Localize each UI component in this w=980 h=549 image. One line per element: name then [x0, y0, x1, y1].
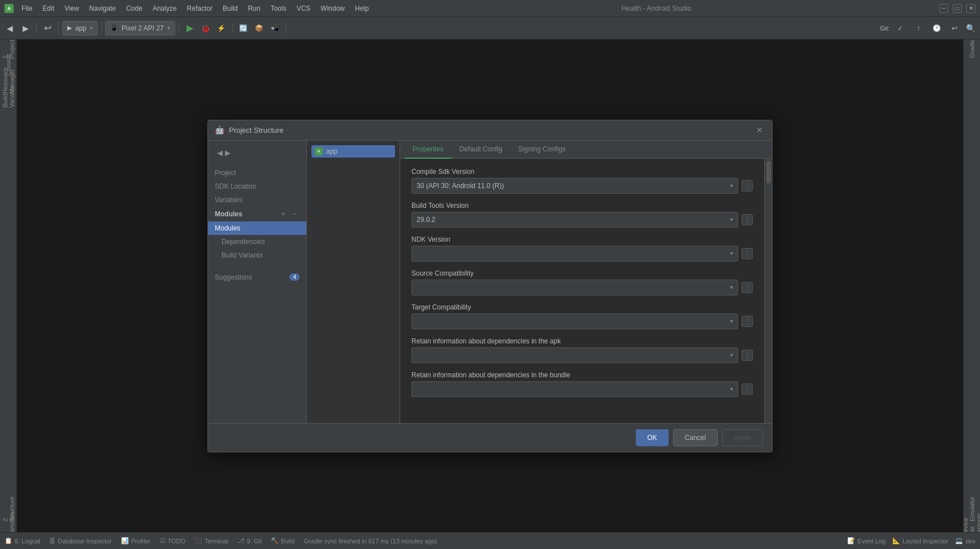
ndk-version-select[interactable]: ▾ — [411, 246, 738, 262]
menu-edit[interactable]: Edit — [38, 3, 59, 14]
menu-refactor[interactable]: Refactor — [183, 3, 217, 14]
form-scrollbar[interactable] — [764, 159, 772, 423]
menu-window[interactable]: Window — [316, 3, 349, 14]
remove-module-button[interactable]: − — [289, 209, 300, 219]
build-tools-info-button[interactable]: ⋮ — [741, 214, 753, 225]
menu-code[interactable]: Code — [122, 3, 147, 14]
right-sidebar: Gradle Emulator Device File Explorer — [963, 40, 980, 532]
nav-item-variables[interactable]: Variables — [208, 193, 306, 207]
retain-apk-info-button[interactable]: ⋮ — [741, 350, 753, 361]
avd-manager-button[interactable]: 📲 — [268, 21, 283, 36]
cancel-button[interactable]: Cancel — [673, 429, 718, 446]
logcat-icon: 📋 — [5, 537, 12, 544]
debug-button[interactable]: 🐞 — [198, 21, 213, 36]
module-item-app[interactable]: A app — [311, 145, 395, 158]
retain-bundle-select[interactable]: ▾ — [411, 381, 738, 397]
retain-apk-field: Retain information about dependencies in… — [411, 337, 753, 363]
target-compat-select[interactable]: ▾ — [411, 313, 738, 329]
status-todo[interactable]: ☑ TODO — [160, 537, 186, 544]
device-config-dropdown[interactable]: 📱 Pixel 2 API 27 ▾ — [105, 21, 175, 36]
apply-button[interactable]: Apply — [722, 429, 763, 446]
compile-sdk-arrow: ▾ — [730, 182, 733, 189]
status-dev[interactable]: 💻 dev — [955, 537, 975, 544]
ok-button[interactable]: OK — [636, 429, 668, 446]
menu-file[interactable]: File — [17, 3, 37, 14]
git-commit-button[interactable]: ✓ — [893, 21, 908, 36]
status-git[interactable]: ⎇ 9: Git — [237, 537, 262, 544]
ndk-version-arrow: ▾ — [730, 250, 733, 256]
ndk-version-info-button[interactable]: ⋮ — [741, 248, 753, 259]
project-structure-dialog: 🤖 Project Structure ✕ ◀ ▶ Project SDK Lo… — [207, 120, 773, 452]
menu-analyze[interactable]: Analyze — [148, 3, 181, 14]
status-build[interactable]: 🔨 Build — [271, 537, 294, 544]
menu-tools[interactable]: Tools — [266, 3, 291, 14]
menu-navigate[interactable]: Navigate — [85, 3, 120, 14]
target-compat-field: Target Compatibility ▾ ⋮ — [411, 303, 753, 329]
minimize-button[interactable]: ─ — [939, 4, 948, 13]
module-icon-app: A — [315, 147, 323, 155]
status-profiler[interactable]: 📊 Profiler — [121, 537, 151, 544]
dialog-close-button[interactable]: ✕ — [754, 124, 765, 136]
toolbar-btn-1[interactable]: ↩ — [40, 21, 55, 36]
menu-run[interactable]: Run — [244, 3, 265, 14]
terminal-label: Terminal — [205, 538, 228, 544]
app-icon: A — [5, 4, 14, 13]
run-button[interactable]: ▶ — [183, 21, 197, 36]
status-db-inspector[interactable]: 🗄 Database Inspector — [49, 538, 111, 544]
build-label: Build — [281, 538, 294, 544]
window-title: Health - Android Studio — [622, 5, 691, 12]
sidebar-item-build-variants[interactable]: Build Variants — [1, 89, 16, 104]
dialog-tabs: Properties Default Config Signing Config… — [400, 141, 772, 159]
sidebar-item-gradle[interactable]: Gradle — [965, 42, 979, 56]
tab-signing-configs[interactable]: Signing Configs — [510, 141, 574, 159]
git-history-button[interactable]: 🕐 — [929, 21, 944, 36]
retain-bundle-info-button[interactable]: ⋮ — [741, 384, 753, 395]
status-event-log[interactable]: 📝 Event Log — [847, 537, 886, 544]
scrollbar-thumb — [766, 161, 771, 184]
status-layout-inspector[interactable]: 📐 Layout Inspector — [892, 537, 948, 544]
compile-sdk-info-button[interactable]: ⋮ — [741, 180, 753, 191]
menu-vcs[interactable]: VCS — [292, 3, 315, 14]
nav-item-modules[interactable]: Modules — [208, 221, 306, 235]
sidebar-item-device-file-explorer[interactable]: Device File Explorer — [965, 517, 979, 532]
status-message: Gradle sync finished in 617 ms (13 minut… — [303, 538, 437, 544]
git-revert-button[interactable]: ↩ — [947, 21, 962, 36]
nav-item-sdk-location[interactable]: SDK Location — [208, 180, 306, 193]
profile-button[interactable]: ⚡ — [214, 21, 229, 36]
back-button[interactable]: ◀ — [2, 21, 17, 36]
nav-item-dependencies[interactable]: Dependencies — [208, 235, 306, 249]
nav-back-button[interactable]: ◀ — [217, 149, 223, 157]
sidebar-item-favorites[interactable]: 2: Favorites — [1, 517, 16, 532]
tab-default-config[interactable]: Default Config — [452, 141, 510, 159]
menu-view[interactable]: View — [60, 3, 84, 14]
nav-item-project[interactable]: Project — [208, 166, 306, 180]
app-config-dropdown[interactable]: ▶ app ▾ — [62, 21, 98, 36]
maximize-button[interactable]: □ — [953, 4, 962, 13]
nav-forward-button[interactable]: ▶ — [225, 149, 231, 157]
search-everywhere-button[interactable]: 🔍 — [963, 21, 978, 36]
gradle-sync-button[interactable]: 🔄 — [236, 21, 251, 36]
git-update-button[interactable]: ↑ — [911, 21, 926, 36]
close-window-button[interactable]: ✕ — [966, 4, 975, 13]
retain-apk-select[interactable]: ▾ — [411, 347, 738, 363]
status-logcat[interactable]: 📋 6: Logcat — [5, 537, 40, 544]
menu-build[interactable]: Build — [218, 3, 242, 14]
source-compat-label: Source Compatibility — [411, 269, 753, 277]
retain-bundle-field: Retain information about dependencies in… — [411, 371, 753, 397]
event-log-icon: 📝 — [847, 537, 855, 544]
compile-sdk-select[interactable]: 30 (API 30: Android 11.0 (R)) ▾ — [411, 178, 738, 194]
build-tools-select[interactable]: 29.0.2 ▾ — [411, 212, 738, 228]
source-compat-select[interactable]: ▾ — [411, 280, 738, 295]
menu-help[interactable]: Help — [350, 3, 374, 14]
status-terminal[interactable]: ⬛ Terminal — [194, 537, 228, 544]
tab-properties[interactable]: Properties — [405, 141, 452, 159]
target-compat-info-button[interactable]: ⋮ — [741, 316, 753, 327]
retain-bundle-arrow: ▾ — [730, 386, 733, 392]
source-compat-info-button[interactable]: ⋮ — [741, 282, 753, 293]
nav-item-build-variants[interactable]: Build Variants — [208, 249, 306, 262]
forward-button[interactable]: ▶ — [18, 21, 33, 36]
todo-label: TODO — [168, 538, 186, 544]
dialog-overlay: 🤖 Project Structure ✕ ◀ ▶ Project SDK Lo… — [17, 40, 963, 532]
add-module-button[interactable]: + — [278, 209, 288, 219]
sdk-manager-button[interactable]: 📦 — [252, 21, 267, 36]
